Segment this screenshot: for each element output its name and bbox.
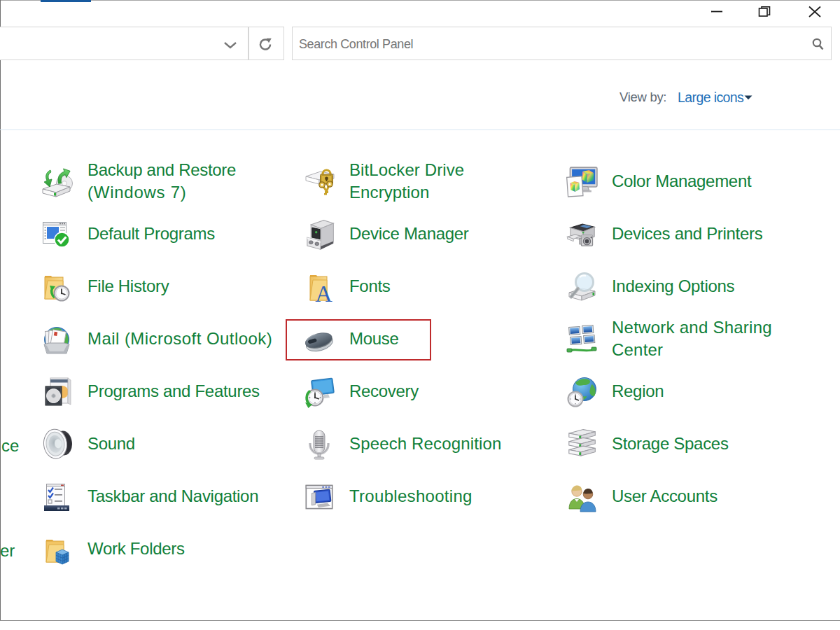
svg-text:A: A: [315, 281, 332, 303]
